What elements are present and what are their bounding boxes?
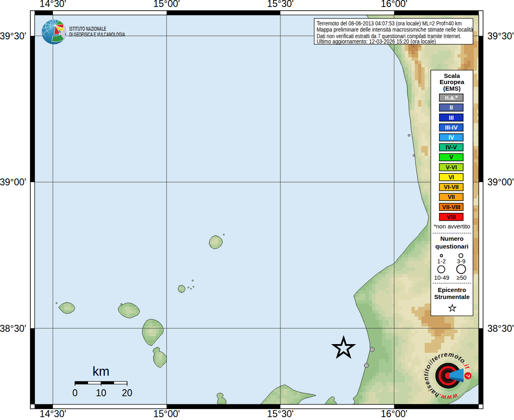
svg-text:3-9: 3-9	[457, 258, 466, 265]
svg-text:39°30': 39°30'	[0, 31, 26, 41]
svg-text:38°30': 38°30'	[487, 323, 514, 334]
svg-text:III: III	[449, 114, 454, 121]
svg-text:39°00': 39°00'	[487, 177, 514, 187]
svg-text:15°00': 15°00'	[153, 409, 180, 419]
svg-text:VI: VI	[448, 174, 454, 180]
svg-text:n.a.*: n.a.*	[445, 94, 458, 101]
svg-text:IV: IV	[448, 134, 454, 141]
svg-text:15°30': 15°30'	[267, 409, 294, 419]
svg-text:Mappa preliminare delle intens: Mappa preliminare delle intensità macros…	[317, 27, 473, 33]
svg-text:10-49: 10-49	[434, 274, 449, 281]
svg-text:10: 10	[96, 388, 107, 398]
svg-text:questionari: questionari	[435, 243, 469, 250]
svg-text:16°00': 16°00'	[381, 409, 407, 419]
svg-text:38°30': 38°30'	[0, 323, 26, 334]
svg-text:1-2: 1-2	[437, 258, 446, 265]
svg-text:Ultimo aggiornamento: 12-03-20: Ultimo aggiornamento: 12-03-2026 15:20 (…	[317, 39, 436, 45]
svg-text:16°00': 16°00'	[381, 0, 407, 9]
svg-text:Numero: Numero	[440, 235, 464, 242]
svg-text:*non avvertito: *non avvertito	[434, 223, 470, 230]
svg-text:Epicentro: Epicentro	[438, 286, 466, 293]
svg-text:15°30': 15°30'	[267, 0, 294, 9]
svg-text:39°00': 39°00'	[0, 177, 26, 187]
svg-text:14°30': 14°30'	[40, 0, 66, 9]
svg-text:20: 20	[122, 388, 132, 398]
svg-text:Europea: Europea	[439, 78, 464, 85]
svg-text:Scala: Scala	[444, 72, 460, 79]
svg-text:VI-VII: VI-VII	[444, 184, 459, 190]
svg-text:VII: VII	[448, 194, 455, 200]
svg-text:V-VI: V-VI	[446, 164, 457, 171]
svg-text:39°30': 39°30'	[487, 31, 514, 41]
svg-text:≥50: ≥50	[457, 274, 466, 281]
svg-text:IV-V: IV-V	[446, 144, 457, 151]
svg-text:(EMS): (EMS)	[443, 85, 461, 92]
svg-text:VIII: VIII	[447, 214, 456, 220]
svg-text:Terremoto del 08-06-2013 04:07: Terremoto del 08-06-2013 04:07:53 (ora l…	[317, 21, 462, 27]
svg-text:V: V	[449, 154, 453, 160]
svg-text:0: 0	[73, 388, 78, 398]
svg-text:15°00': 15°00'	[153, 0, 180, 9]
svg-text:VII-VIII: VII-VIII	[442, 204, 460, 210]
svg-text:II: II	[450, 104, 453, 111]
svg-text:14°30': 14°30'	[40, 409, 66, 419]
svg-text:km: km	[93, 364, 109, 379]
svg-text:III-IV: III-IV	[445, 124, 458, 131]
svg-text:Strumentale: Strumentale	[434, 293, 470, 300]
svg-text:DI GEOFISICA E VULCANOLOGIA: DI GEOFISICA E VULCANOLOGIA	[69, 31, 125, 38]
